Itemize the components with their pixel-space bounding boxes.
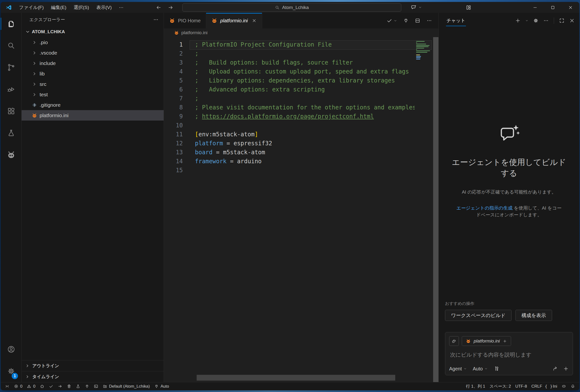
close-button[interactable] [562, 2, 579, 13]
activity-item-source-control[interactable] [1, 57, 21, 78]
activity-item-accounts[interactable] [1, 338, 21, 360]
arrow-left-icon[interactable] [156, 4, 161, 10]
copilot-titlebar-button[interactable] [411, 2, 422, 13]
remote-icon [5, 384, 9, 389]
tree-item-pio[interactable]: .pio [22, 37, 164, 48]
arrow-right-icon[interactable] [168, 4, 174, 10]
split-editor-icon[interactable] [415, 18, 421, 23]
toggle-primary-sidebar-icon[interactable] [478, 4, 484, 10]
gear-icon[interactable] [533, 18, 539, 23]
status-item-text: 行 1、列 1 [466, 384, 485, 389]
pio-build[interactable] [47, 382, 56, 390]
cursor-position[interactable]: 行 1、列 1 [464, 382, 487, 390]
code-line-text: ; Upload options: custom upload port, sp… [195, 67, 415, 76]
pio-test[interactable] [74, 382, 83, 390]
tree-item-src[interactable]: src [22, 79, 164, 89]
add-icon[interactable] [515, 18, 521, 23]
activity-item-run-debug[interactable] [1, 78, 21, 100]
language-mode[interactable]: { }Ini [544, 382, 559, 390]
eol[interactable]: CRLF [529, 382, 544, 390]
chat-tab[interactable]: チャット [446, 15, 466, 26]
add-icon[interactable] [563, 366, 569, 372]
indentation[interactable]: スペース: 2 [487, 382, 513, 390]
tree-item-label: lib [40, 71, 45, 77]
command-center-search[interactable]: Atom_Lchika [182, 3, 401, 12]
pio-serial-port[interactable]: Auto [152, 382, 171, 390]
activity-item-explorer[interactable] [1, 13, 21, 35]
tree-item-gitignore[interactable]: .gitignore [22, 100, 164, 110]
ellipsis-icon[interactable] [543, 18, 549, 23]
model-picker[interactable]: Auto [473, 366, 488, 372]
expand-icon[interactable] [559, 18, 565, 23]
pio-terminal[interactable] [92, 382, 101, 390]
encoding[interactable]: UTF-8 [513, 382, 529, 390]
menu-item-4[interactable]: ⋯ [116, 3, 127, 11]
tab-PIO-Home[interactable]: PIO Home [164, 13, 206, 28]
copilot-status[interactable] [559, 382, 568, 390]
context-chip[interactable]: platformio.ini [462, 336, 511, 346]
attach-context-button[interactable] [449, 336, 459, 346]
toggle-secondary-sidebar-icon[interactable] [502, 4, 508, 10]
activity-item-testing[interactable] [1, 122, 21, 144]
menu-item-1[interactable]: 編集(E) [48, 3, 69, 12]
suggested-action-0[interactable]: ワークスペースのビルド [445, 310, 512, 321]
chat-input-placeholder[interactable]: 次にビルドする内容を説明します [450, 351, 568, 359]
minimap[interactable] [416, 41, 431, 61]
add-icon [503, 339, 507, 343]
activity-item-search[interactable] [1, 35, 21, 57]
tab-platformio-ini[interactable]: platformio.ini [206, 13, 262, 28]
minimize-button[interactable] [526, 2, 544, 13]
send-icon[interactable] [552, 366, 558, 372]
problems-errors[interactable]: 0 [12, 382, 24, 390]
activity-item-platformio[interactable] [1, 144, 21, 166]
tree-item-include[interactable]: include [22, 58, 164, 68]
line-number: 15 [164, 166, 183, 175]
pio-serial-monitor[interactable] [83, 382, 92, 390]
sidebar-pane-0[interactable]: アウトライン [22, 360, 164, 371]
horizontal-scrollbar[interactable] [197, 375, 395, 381]
pio-home[interactable] [38, 382, 47, 390]
chevron-down-icon [25, 29, 30, 34]
toggle-panel-icon[interactable] [490, 4, 496, 10]
maximize-button[interactable] [544, 2, 562, 13]
run-debug-icon [7, 85, 15, 94]
problems-warnings[interactable]: 0 [24, 382, 37, 390]
generate-instructions-link[interactable]: エージェントの指示の生成 [456, 205, 513, 210]
remote-indicator[interactable] [3, 382, 12, 390]
breadcrumb[interactable]: platformio.ini [164, 28, 438, 37]
pio-upload[interactable] [56, 382, 65, 390]
customize-layout-icon[interactable] [466, 4, 471, 10]
chevron-down-icon[interactable] [525, 19, 529, 22]
ellipsis-icon[interactable] [153, 17, 159, 22]
close-icon[interactable] [569, 18, 575, 23]
pio-build-action[interactable] [387, 18, 397, 23]
close-icon[interactable] [252, 18, 257, 23]
code-token: = m5stack-atom [212, 149, 265, 156]
menu-item-3[interactable]: 表示(V) [93, 3, 115, 12]
ellipsis-icon[interactable] [426, 18, 432, 23]
chat-input-box[interactable]: platformio.ini 次にビルドする内容を説明します Agent Aut… [445, 332, 573, 375]
menu-item-0[interactable]: ファイル(F) [16, 3, 47, 12]
activity-item-settings[interactable]: 1 [1, 360, 21, 382]
tools-icon[interactable] [494, 366, 499, 372]
notifications[interactable] [568, 382, 577, 390]
tree-item-test[interactable]: test [22, 89, 164, 100]
pio-clean[interactable] [65, 382, 74, 390]
code-token: env:m5stack-atom [198, 131, 254, 138]
menu-item-2[interactable]: 選択(S) [70, 3, 92, 12]
plug-icon[interactable] [403, 18, 409, 23]
check-icon [387, 18, 392, 23]
code-token: ; Please visit documentation for the oth… [195, 104, 415, 111]
explorer-root-folder[interactable]: ATOM_LCHIKA [22, 26, 164, 37]
suggested-action-1[interactable]: 構成を表示 [515, 310, 552, 321]
activity-item-extensions[interactable] [1, 100, 21, 122]
tree-item-platformioini[interactable]: platformio.ini [22, 110, 164, 120]
editor-group: PIO Homeplatformio.ini platformio.ini [164, 13, 438, 382]
tree-item-lib[interactable]: lib [22, 68, 164, 79]
pio-project-env[interactable]: Default (Atom_Lchika) [101, 382, 152, 390]
tree-item-vscode[interactable]: .vscode [22, 48, 164, 58]
code-editor[interactable]: 1; PlatformIO Project Configuration File… [164, 37, 438, 382]
status-item-text: 0 [33, 384, 35, 389]
agent-mode-picker[interactable]: Agent [449, 366, 467, 372]
sidebar-pane-1[interactable]: タイムライン [22, 371, 164, 382]
